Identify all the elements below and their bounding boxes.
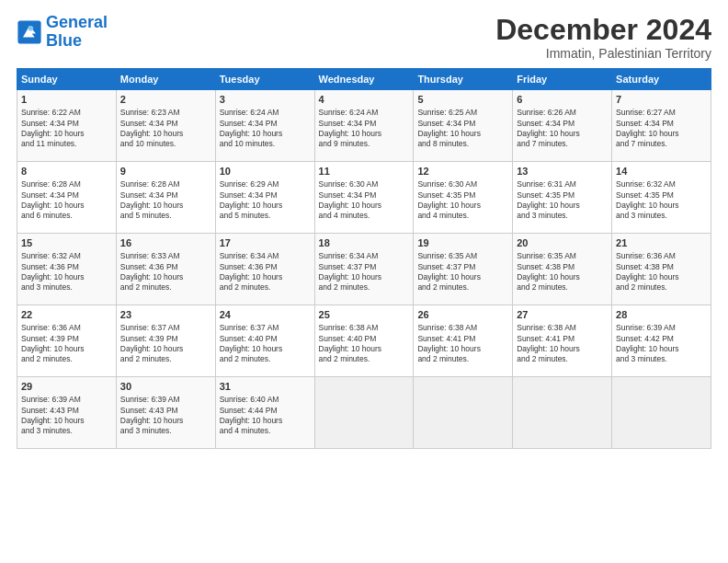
day-info-line: Daylight: 10 hours — [517, 129, 608, 139]
day-info-line: Sunset: 4:35 PM — [616, 190, 707, 201]
day-number: 8 — [21, 165, 112, 178]
day-info-line: Daylight: 10 hours — [21, 416, 112, 426]
calendar-cell: 16Sunrise: 6:33 AMSunset: 4:36 PMDayligh… — [116, 234, 215, 305]
day-number: 29 — [21, 380, 112, 394]
calendar-cell: 15Sunrise: 6:32 AMSunset: 4:36 PMDayligh… — [17, 234, 117, 305]
day-number: 13 — [517, 165, 608, 178]
calendar-cell — [513, 377, 612, 449]
day-info-line: Sunrise: 6:30 AM — [319, 179, 410, 190]
day-info-line: Sunset: 4:34 PM — [417, 119, 508, 129]
day-info-line: Sunrise: 6:39 AM — [21, 395, 112, 405]
day-number: 16 — [120, 236, 211, 250]
day-number: 3 — [220, 93, 311, 107]
calendar-cell: 18Sunrise: 6:34 AMSunset: 4:37 PMDayligh… — [314, 234, 414, 305]
calendar-cell: 17Sunrise: 6:34 AMSunset: 4:36 PMDayligh… — [215, 234, 314, 305]
day-info-line: and 3 minutes. — [616, 211, 707, 221]
col-header-wednesday: Wednesday — [314, 69, 414, 90]
day-info-line: Daylight: 10 hours — [220, 129, 311, 139]
day-number: 31 — [220, 380, 311, 394]
day-info-line: Daylight: 10 hours — [21, 272, 112, 282]
calendar-cell: 30Sunrise: 6:39 AMSunset: 4:43 PMDayligh… — [116, 377, 215, 449]
month-title: December 2024 — [495, 14, 711, 46]
day-info-line: and 2 minutes. — [319, 282, 410, 293]
calendar-cell: 6Sunrise: 6:26 AMSunset: 4:34 PMDaylight… — [513, 90, 612, 162]
logo-text: General Blue — [46, 14, 108, 51]
page: General Blue December 2024 Immatin, Pale… — [0, 0, 728, 563]
day-info-line: Daylight: 10 hours — [319, 344, 410, 354]
day-info-line: Sunset: 4:39 PM — [120, 334, 211, 344]
calendar-week-5: 29Sunrise: 6:39 AMSunset: 4:43 PMDayligh… — [17, 377, 711, 449]
day-info-line: Daylight: 10 hours — [120, 129, 211, 139]
day-info-line: Sunset: 4:34 PM — [319, 190, 410, 201]
day-info-line: Sunrise: 6:28 AM — [21, 179, 112, 190]
day-info-line: and 3 minutes. — [21, 426, 112, 436]
day-info-line: Sunset: 4:34 PM — [319, 119, 410, 129]
day-info-line: Sunset: 4:41 PM — [417, 334, 508, 344]
day-info-line: Sunrise: 6:32 AM — [21, 251, 112, 261]
day-info-line: Daylight: 10 hours — [120, 272, 211, 282]
day-info-line: and 3 minutes. — [517, 211, 608, 221]
day-info-line: and 2 minutes. — [517, 282, 608, 293]
day-info-line: Daylight: 10 hours — [616, 344, 707, 354]
day-info-line: Sunrise: 6:34 AM — [220, 251, 311, 261]
calendar-cell: 24Sunrise: 6:37 AMSunset: 4:40 PMDayligh… — [215, 305, 314, 377]
day-number: 11 — [319, 165, 410, 178]
day-info-line: Sunrise: 6:30 AM — [417, 179, 508, 190]
day-info-line: Sunset: 4:34 PM — [517, 119, 608, 129]
day-info-line: Sunrise: 6:37 AM — [120, 323, 211, 333]
calendar-cell: 13Sunrise: 6:31 AMSunset: 4:35 PMDayligh… — [513, 162, 612, 234]
calendar-cell — [414, 377, 513, 449]
day-info-line: Daylight: 10 hours — [616, 201, 707, 211]
day-info-line: and 2 minutes. — [220, 282, 311, 293]
day-info-line: and 5 minutes. — [120, 211, 211, 221]
calendar-cell: 2Sunrise: 6:23 AMSunset: 4:34 PMDaylight… — [116, 90, 215, 162]
calendar-cell: 10Sunrise: 6:29 AMSunset: 4:34 PMDayligh… — [215, 162, 314, 234]
calendar-cell: 23Sunrise: 6:37 AMSunset: 4:39 PMDayligh… — [116, 305, 215, 377]
calendar-cell: 14Sunrise: 6:32 AMSunset: 4:35 PMDayligh… — [612, 162, 711, 234]
calendar-cell: 7Sunrise: 6:27 AMSunset: 4:34 PMDaylight… — [612, 90, 711, 162]
day-number: 9 — [120, 165, 211, 178]
day-info-line: Sunrise: 6:26 AM — [517, 108, 608, 118]
title-section: December 2024 Immatin, Palestinian Terri… — [495, 14, 711, 61]
day-number: 15 — [21, 236, 112, 250]
day-info-line: Sunset: 4:34 PM — [120, 119, 211, 129]
day-info-line: Sunset: 4:41 PM — [517, 334, 608, 344]
day-info-line: Sunrise: 6:35 AM — [417, 251, 508, 261]
day-number: 24 — [220, 308, 311, 322]
calendar-cell: 4Sunrise: 6:24 AMSunset: 4:34 PMDaylight… — [314, 90, 414, 162]
day-info-line: and 5 minutes. — [220, 211, 311, 221]
day-info-line: Sunrise: 6:38 AM — [417, 323, 508, 333]
calendar-cell: 22Sunrise: 6:36 AMSunset: 4:39 PMDayligh… — [17, 305, 117, 377]
day-info-line: Daylight: 10 hours — [417, 129, 508, 139]
day-info-line: Sunset: 4:42 PM — [616, 334, 707, 344]
day-info-line: Daylight: 10 hours — [616, 129, 707, 139]
day-number: 30 — [120, 380, 211, 394]
calendar-cell: 9Sunrise: 6:28 AMSunset: 4:34 PMDaylight… — [116, 162, 215, 234]
day-info-line: Sunset: 4:35 PM — [517, 190, 608, 201]
col-header-thursday: Thursday — [414, 69, 513, 90]
day-info-line: Sunset: 4:36 PM — [21, 262, 112, 272]
calendar-cell: 12Sunrise: 6:30 AMSunset: 4:35 PMDayligh… — [414, 162, 513, 234]
day-number: 1 — [21, 93, 112, 107]
day-info-line: Sunrise: 6:40 AM — [220, 395, 311, 405]
day-info-line: Sunrise: 6:38 AM — [319, 323, 410, 333]
day-info-line: Daylight: 10 hours — [319, 272, 410, 282]
day-info-line: Sunset: 4:38 PM — [517, 262, 608, 272]
day-info-line: Sunset: 4:39 PM — [21, 334, 112, 344]
day-info-line: and 2 minutes. — [417, 354, 508, 364]
calendar-cell: 20Sunrise: 6:35 AMSunset: 4:38 PMDayligh… — [513, 234, 612, 305]
calendar-cell: 25Sunrise: 6:38 AMSunset: 4:40 PMDayligh… — [314, 305, 414, 377]
day-info-line: and 10 minutes. — [220, 139, 311, 149]
calendar-cell: 28Sunrise: 6:39 AMSunset: 4:42 PMDayligh… — [612, 305, 711, 377]
day-number: 27 — [517, 308, 608, 322]
day-info-line: and 2 minutes. — [21, 354, 112, 364]
day-number: 10 — [220, 165, 311, 178]
calendar-cell: 5Sunrise: 6:25 AMSunset: 4:34 PMDaylight… — [414, 90, 513, 162]
day-info-line: Daylight: 10 hours — [517, 201, 608, 211]
logo: General Blue — [17, 14, 108, 51]
day-info-line: Sunrise: 6:23 AM — [120, 108, 211, 118]
day-number: 19 — [417, 236, 508, 250]
day-info-line: Sunset: 4:40 PM — [220, 334, 311, 344]
day-number: 5 — [417, 93, 508, 107]
calendar-cell: 26Sunrise: 6:38 AMSunset: 4:41 PMDayligh… — [414, 305, 513, 377]
